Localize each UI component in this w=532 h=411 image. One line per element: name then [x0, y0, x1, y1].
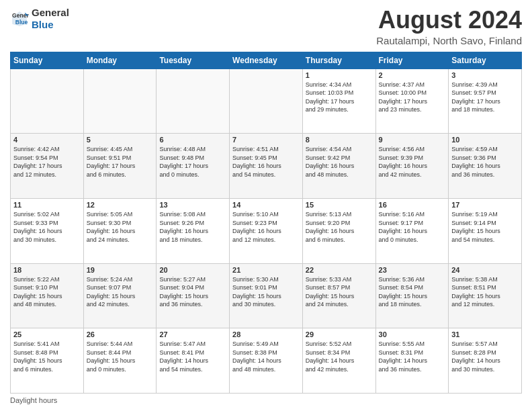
- title-block: August 2024 Rautalampi, North Savo, Finl…: [376, 7, 522, 46]
- day-info: Sunrise: 5:05 AM Sunset: 9:30 PM Dayligh…: [87, 210, 154, 244]
- day-number: 29: [306, 330, 373, 338]
- calendar-cell: 6Sunrise: 4:48 AM Sunset: 9:48 PM Daylig…: [157, 134, 230, 199]
- calendar-cell: 28Sunrise: 5:49 AM Sunset: 8:38 PM Dayli…: [230, 328, 303, 394]
- day-number: 28: [232, 330, 300, 338]
- calendar-cell: [11, 68, 84, 134]
- day-info: Sunrise: 5:33 AM Sunset: 8:57 PM Dayligh…: [306, 275, 373, 309]
- calendar-cell: 8Sunrise: 4:54 AM Sunset: 9:42 PM Daylig…: [302, 134, 375, 199]
- day-info: Sunrise: 5:13 AM Sunset: 9:20 PM Dayligh…: [306, 210, 373, 244]
- page: General Blue General Blue August 2024 Ra…: [0, 0, 532, 411]
- calendar-table: Sunday Monday Tuesday Wednesday Thursday…: [10, 52, 522, 394]
- svg-text:General: General: [12, 12, 29, 19]
- col-saturday: Saturday: [449, 52, 522, 68]
- calendar-cell: 14Sunrise: 5:10 AM Sunset: 9:23 PM Dayli…: [230, 198, 303, 263]
- calendar-cell: 20Sunrise: 5:27 AM Sunset: 9:04 PM Dayli…: [157, 263, 230, 328]
- calendar-cell: [157, 68, 230, 134]
- day-info: Sunrise: 5:30 AM Sunset: 9:01 PM Dayligh…: [232, 275, 300, 309]
- day-info: Sunrise: 5:22 AM Sunset: 9:10 PM Dayligh…: [13, 275, 81, 309]
- col-monday: Monday: [83, 52, 157, 68]
- svg-text:Blue: Blue: [15, 19, 28, 26]
- calendar-cell: 30Sunrise: 5:55 AM Sunset: 8:31 PM Dayli…: [375, 328, 449, 394]
- calendar-cell: [83, 68, 157, 134]
- day-info: Sunrise: 5:52 AM Sunset: 8:34 PM Dayligh…: [306, 340, 373, 373]
- day-info: Sunrise: 4:42 AM Sunset: 9:54 PM Dayligh…: [13, 145, 81, 179]
- day-number: 3: [451, 71, 519, 79]
- day-number: 2: [379, 71, 446, 79]
- calendar-cell: 26Sunrise: 5:44 AM Sunset: 8:44 PM Dayli…: [83, 328, 157, 394]
- logo: General Blue General Blue: [10, 7, 69, 31]
- day-number: 27: [159, 330, 226, 338]
- calendar-cell: 19Sunrise: 5:24 AM Sunset: 9:07 PM Dayli…: [83, 263, 157, 328]
- calendar-week-1: 1Sunrise: 4:34 AM Sunset: 10:03 PM Dayli…: [11, 68, 522, 134]
- day-number: 9: [379, 136, 446, 144]
- day-number: 12: [87, 201, 154, 209]
- logo-icon: General Blue: [10, 9, 29, 28]
- calendar-cell: 10Sunrise: 4:59 AM Sunset: 9:36 PM Dayli…: [449, 134, 522, 199]
- day-info: Sunrise: 5:47 AM Sunset: 8:41 PM Dayligh…: [159, 340, 226, 373]
- day-info: Sunrise: 4:48 AM Sunset: 9:48 PM Dayligh…: [159, 145, 226, 179]
- day-number: 26: [87, 330, 154, 338]
- col-sunday: Sunday: [11, 52, 84, 68]
- day-number: 30: [379, 330, 446, 338]
- day-info: Sunrise: 4:37 AM Sunset: 10:00 PM Daylig…: [379, 81, 446, 114]
- day-number: 31: [451, 330, 519, 338]
- logo-blue: Blue: [32, 19, 69, 31]
- calendar-cell: 2Sunrise: 4:37 AM Sunset: 10:00 PM Dayli…: [375, 68, 449, 134]
- col-wednesday: Wednesday: [230, 52, 303, 68]
- calendar-cell: 29Sunrise: 5:52 AM Sunset: 8:34 PM Dayli…: [302, 328, 375, 394]
- calendar-cell: 9Sunrise: 4:56 AM Sunset: 9:39 PM Daylig…: [375, 134, 449, 199]
- day-info: Sunrise: 5:27 AM Sunset: 9:04 PM Dayligh…: [159, 275, 226, 309]
- day-info: Sunrise: 5:38 AM Sunset: 8:51 PM Dayligh…: [451, 275, 519, 309]
- day-number: 23: [379, 266, 446, 274]
- day-number: 22: [306, 266, 373, 274]
- day-number: 4: [13, 136, 81, 144]
- day-number: 6: [159, 136, 226, 144]
- footer-note: Daylight hours: [10, 396, 522, 404]
- calendar-cell: 1Sunrise: 4:34 AM Sunset: 10:03 PM Dayli…: [302, 68, 375, 134]
- day-info: Sunrise: 5:08 AM Sunset: 9:26 PM Dayligh…: [159, 210, 226, 244]
- day-info: Sunrise: 4:56 AM Sunset: 9:39 PM Dayligh…: [379, 145, 446, 179]
- day-info: Sunrise: 5:57 AM Sunset: 8:28 PM Dayligh…: [451, 340, 519, 373]
- calendar-week-5: 25Sunrise: 5:41 AM Sunset: 8:48 PM Dayli…: [11, 328, 522, 394]
- day-number: 11: [13, 201, 81, 209]
- calendar-cell: 7Sunrise: 4:51 AM Sunset: 9:45 PM Daylig…: [230, 134, 303, 199]
- day-number: 14: [232, 201, 300, 209]
- day-info: Sunrise: 5:49 AM Sunset: 8:38 PM Dayligh…: [232, 340, 300, 373]
- calendar-cell: 23Sunrise: 5:36 AM Sunset: 8:54 PM Dayli…: [375, 263, 449, 328]
- day-number: 5: [87, 136, 154, 144]
- day-number: 1: [306, 71, 373, 79]
- day-info: Sunrise: 5:55 AM Sunset: 8:31 PM Dayligh…: [379, 340, 446, 373]
- calendar-cell: 16Sunrise: 5:16 AM Sunset: 9:17 PM Dayli…: [375, 198, 449, 263]
- day-number: 13: [159, 201, 226, 209]
- col-thursday: Thursday: [302, 52, 375, 68]
- calendar-week-2: 4Sunrise: 4:42 AM Sunset: 9:54 PM Daylig…: [11, 134, 522, 199]
- day-number: 21: [232, 266, 300, 274]
- calendar-week-3: 11Sunrise: 5:02 AM Sunset: 9:33 PM Dayli…: [11, 198, 522, 263]
- header: General Blue General Blue August 2024 Ra…: [10, 7, 522, 46]
- calendar-cell: 11Sunrise: 5:02 AM Sunset: 9:33 PM Dayli…: [11, 198, 84, 263]
- day-number: 18: [13, 266, 81, 274]
- calendar-cell: 5Sunrise: 4:45 AM Sunset: 9:51 PM Daylig…: [83, 134, 157, 199]
- calendar-cell: 21Sunrise: 5:30 AM Sunset: 9:01 PM Dayli…: [230, 263, 303, 328]
- day-number: 20: [159, 266, 226, 274]
- day-number: 7: [232, 136, 300, 144]
- main-title: August 2024: [376, 7, 522, 34]
- day-number: 25: [13, 330, 81, 338]
- logo-general: General: [32, 7, 69, 19]
- calendar-cell: 12Sunrise: 5:05 AM Sunset: 9:30 PM Dayli…: [83, 198, 157, 263]
- calendar-cell: 24Sunrise: 5:38 AM Sunset: 8:51 PM Dayli…: [449, 263, 522, 328]
- calendar-cell: 27Sunrise: 5:47 AM Sunset: 8:41 PM Dayli…: [157, 328, 230, 394]
- calendar-cell: 13Sunrise: 5:08 AM Sunset: 9:26 PM Dayli…: [157, 198, 230, 263]
- calendar-cell: 17Sunrise: 5:19 AM Sunset: 9:14 PM Dayli…: [449, 198, 522, 263]
- day-info: Sunrise: 5:19 AM Sunset: 9:14 PM Dayligh…: [451, 210, 519, 244]
- day-info: Sunrise: 5:10 AM Sunset: 9:23 PM Dayligh…: [232, 210, 300, 244]
- calendar-cell: 15Sunrise: 5:13 AM Sunset: 9:20 PM Dayli…: [302, 198, 375, 263]
- day-info: Sunrise: 4:54 AM Sunset: 9:42 PM Dayligh…: [306, 145, 373, 179]
- day-info: Sunrise: 5:16 AM Sunset: 9:17 PM Dayligh…: [379, 210, 446, 244]
- day-info: Sunrise: 4:34 AM Sunset: 10:03 PM Daylig…: [306, 81, 373, 114]
- day-info: Sunrise: 5:02 AM Sunset: 9:33 PM Dayligh…: [13, 210, 81, 244]
- day-info: Sunrise: 4:51 AM Sunset: 9:45 PM Dayligh…: [232, 145, 300, 179]
- day-number: 19: [87, 266, 154, 274]
- day-number: 10: [451, 136, 519, 144]
- header-row: Sunday Monday Tuesday Wednesday Thursday…: [11, 52, 522, 68]
